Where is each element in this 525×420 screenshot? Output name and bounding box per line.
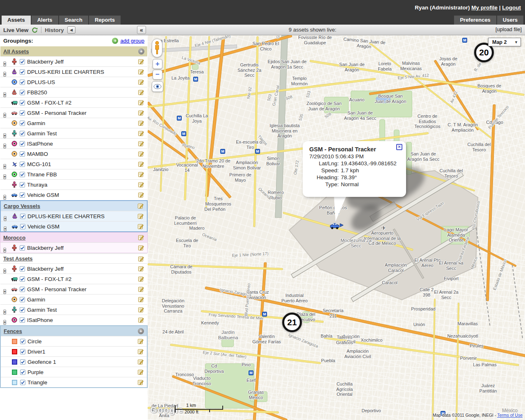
asset-checkbox[interactable] bbox=[20, 276, 25, 282]
expander-icon[interactable]: + bbox=[3, 133, 6, 138]
expander-icon[interactable]: + bbox=[3, 144, 6, 148]
edit-asset-icon[interactable] bbox=[138, 99, 144, 106]
expander-icon[interactable]: + bbox=[3, 174, 6, 179]
edit-asset-icon[interactable] bbox=[138, 181, 144, 188]
expander-icon[interactable]: + bbox=[3, 72, 6, 77]
group-header[interactable]: Test Assets bbox=[0, 253, 147, 263]
edit-asset-icon[interactable] bbox=[138, 306, 144, 313]
asset-row[interactable]: Geofence 1 bbox=[1, 356, 147, 367]
asset-checkbox[interactable] bbox=[20, 182, 25, 187]
terms-of-use-link[interactable]: Terms of Use bbox=[497, 413, 523, 418]
asset-checkbox[interactable] bbox=[20, 69, 25, 75]
asset-row[interactable]: + ISatPhone bbox=[0, 138, 147, 148]
expander-icon[interactable]: + bbox=[4, 216, 7, 221]
zoom-out-button[interactable]: − bbox=[153, 70, 162, 80]
asset-checkbox[interactable] bbox=[20, 380, 25, 385]
asset-row[interactable]: + GSM - Personal Tracker bbox=[0, 107, 147, 118]
add-group-link[interactable]: add group bbox=[120, 38, 144, 44]
group-name[interactable]: All Assets bbox=[3, 48, 29, 55]
asset-checkbox[interactable] bbox=[20, 121, 25, 126]
edit-asset-icon[interactable] bbox=[138, 130, 144, 137]
edit-asset-icon[interactable] bbox=[138, 120, 144, 126]
asset-row[interactable]: Driver1 bbox=[1, 346, 147, 356]
expander-icon[interactable]: + bbox=[3, 248, 6, 253]
expander-icon[interactable]: + bbox=[3, 310, 6, 315]
asset-row[interactable]: + Garmin Test bbox=[0, 128, 147, 138]
asset-row[interactable]: + Vehicle GSM bbox=[0, 189, 147, 200]
group-header[interactable]: Cargo Vessels bbox=[1, 201, 147, 211]
edit-asset-icon[interactable] bbox=[137, 379, 144, 386]
asset-checkbox[interactable] bbox=[20, 307, 25, 313]
asset-row[interactable]: + DPLUS-KERI LEE CHARTERS bbox=[0, 66, 147, 77]
asset-row[interactable]: Circle bbox=[1, 336, 147, 346]
asset-checkbox[interactable] bbox=[20, 151, 25, 157]
asset-row[interactable]: + ISatPhone bbox=[0, 315, 147, 325]
my-profile-link[interactable]: My profile bbox=[471, 5, 498, 11]
edit-asset-icon[interactable] bbox=[138, 140, 144, 147]
add-asset-icon[interactable]: + bbox=[138, 328, 144, 334]
group-name[interactable]: Fences bbox=[4, 328, 22, 334]
tab-users[interactable]: Users bbox=[497, 16, 523, 25]
asset-checkbox[interactable] bbox=[20, 349, 25, 354]
edit-asset-icon[interactable] bbox=[138, 244, 144, 251]
asset-checkbox[interactable] bbox=[20, 287, 25, 292]
history-back-button[interactable]: ◀ bbox=[67, 26, 75, 34]
asset-checkbox[interactable] bbox=[20, 172, 25, 177]
asset-checkbox[interactable] bbox=[20, 339, 25, 344]
edit-asset-icon[interactable] bbox=[137, 348, 144, 355]
asset-row[interactable]: +MCG-101 bbox=[0, 159, 147, 169]
map-type-dropdown[interactable]: Map 2 ▼ bbox=[488, 38, 521, 46]
edit-asset-icon[interactable] bbox=[138, 58, 144, 65]
edit-asset-icon[interactable] bbox=[138, 151, 144, 157]
asset-row[interactable]: Garmin bbox=[0, 118, 147, 128]
group-header[interactable]: Morocco bbox=[0, 233, 147, 242]
collapse-sidebar-button[interactable]: « bbox=[137, 26, 146, 34]
asset-row[interactable]: GSM - FOX-LT #2 bbox=[0, 274, 147, 284]
map-canvas[interactable]: La EstrellaSan Pedro El ChicoFovissste R… bbox=[148, 35, 525, 420]
asset-row[interactable]: + DPLUS-KERI LEE CHARTERS bbox=[1, 211, 147, 221]
asset-checkbox[interactable] bbox=[20, 80, 25, 85]
birdseye-view-button[interactable] bbox=[152, 81, 163, 92]
edit-asset-icon[interactable] bbox=[137, 338, 144, 345]
add-asset-icon[interactable]: + bbox=[138, 48, 144, 55]
expander-icon[interactable]: + bbox=[4, 226, 7, 231]
edit-asset-icon[interactable] bbox=[138, 192, 144, 198]
asset-checkbox[interactable] bbox=[20, 370, 25, 375]
zoom-in-button[interactable]: + bbox=[153, 59, 162, 69]
upload-file-link[interactable]: [upload file] bbox=[495, 27, 522, 32]
edit-asset-icon[interactable] bbox=[138, 296, 144, 303]
asset-checkbox[interactable] bbox=[20, 245, 25, 251]
map-cluster-marker[interactable]: 21 bbox=[282, 313, 302, 332]
asset-row[interactable]: + Blackberry Jeff bbox=[0, 242, 147, 253]
asset-checkbox[interactable] bbox=[20, 131, 25, 136]
vehicle-marker[interactable] bbox=[329, 222, 343, 232]
asset-checkbox[interactable] bbox=[20, 110, 25, 116]
expander-icon[interactable]: + bbox=[3, 320, 6, 325]
asset-checkbox[interactable] bbox=[20, 59, 25, 64]
asset-row[interactable]: + Blackberry Jeff bbox=[0, 263, 147, 274]
live-view-label[interactable]: Live View bbox=[3, 27, 28, 33]
asset-row[interactable]: + Garmin Test bbox=[0, 304, 147, 315]
history-label[interactable]: History bbox=[45, 27, 64, 33]
expander-icon[interactable]: + bbox=[3, 289, 6, 294]
asset-row[interactable]: + Thrane FBB bbox=[0, 169, 147, 179]
refresh-icon[interactable] bbox=[32, 27, 38, 33]
asset-checkbox[interactable] bbox=[20, 141, 25, 146]
group-name[interactable]: Morocco bbox=[3, 235, 25, 241]
group-header[interactable]: Fences+ bbox=[1, 326, 147, 336]
tab-preferences[interactable]: Preferences bbox=[454, 16, 496, 25]
edit-group-icon[interactable] bbox=[138, 234, 144, 241]
asset-checkbox[interactable] bbox=[20, 297, 25, 302]
asset-checkbox[interactable] bbox=[20, 100, 25, 105]
asset-row[interactable]: MAMBO bbox=[0, 148, 147, 159]
edit-asset-icon[interactable] bbox=[137, 213, 144, 219]
tab-reports[interactable]: Reports bbox=[89, 16, 121, 25]
asset-row[interactable]: + FBB250 bbox=[0, 87, 147, 97]
asset-row[interactable]: Purple bbox=[1, 367, 147, 377]
expander-icon[interactable]: + bbox=[3, 113, 6, 118]
asset-row[interactable]: + Vehicle GSM bbox=[1, 221, 147, 231]
edit-asset-icon[interactable] bbox=[138, 89, 144, 96]
pegman-streetview-control[interactable] bbox=[152, 39, 162, 57]
tab-alerts[interactable]: Alerts bbox=[32, 16, 58, 25]
asset-row[interactable]: DPLUS-US bbox=[0, 77, 147, 87]
